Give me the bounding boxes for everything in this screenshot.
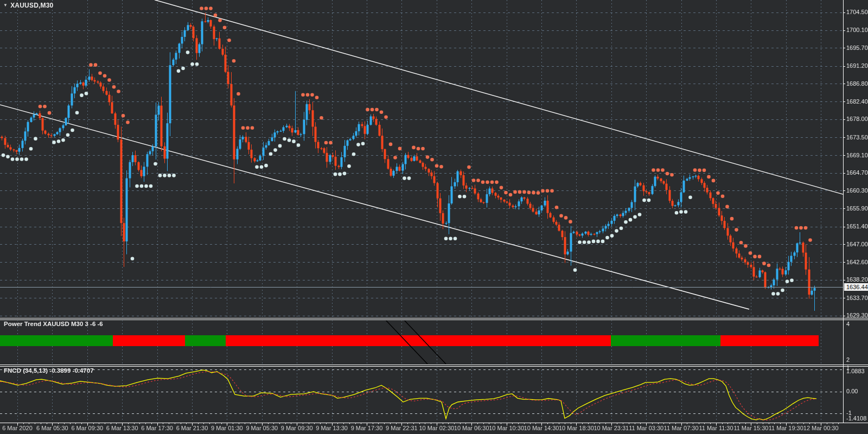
trading-chart-window: ▼ XAUUSD,M30 Power Trend XAUUSD M30 3 -6… (0, 0, 868, 434)
chart-canvas[interactable] (0, 0, 868, 434)
